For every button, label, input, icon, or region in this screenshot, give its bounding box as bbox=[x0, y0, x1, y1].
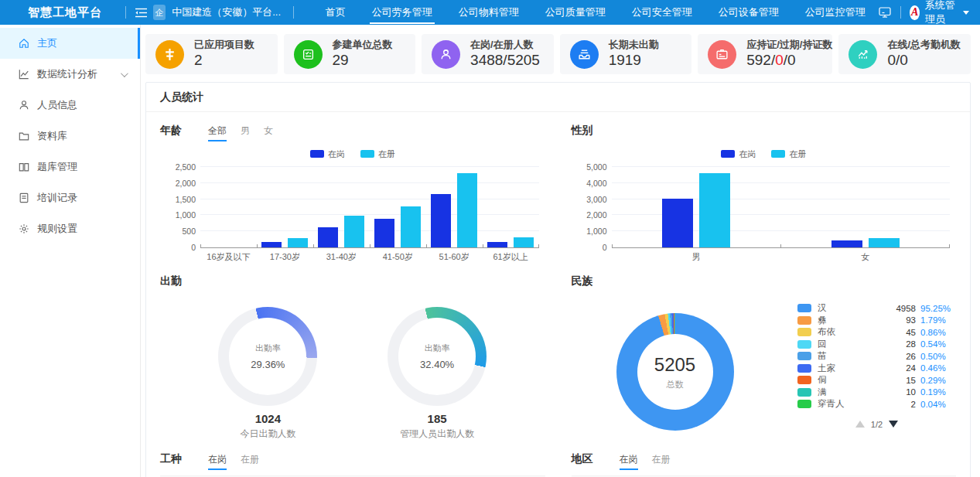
platform-name[interactable]: 中国建造（安徽）平台... bbox=[172, 5, 281, 19]
bar-在册[interactable] bbox=[288, 238, 308, 247]
bar-在岗[interactable] bbox=[662, 199, 693, 247]
bar-在岗[interactable] bbox=[487, 242, 507, 247]
sidebar-item-label: 数据统计分析 bbox=[37, 67, 97, 81]
legend-label: 在岗 bbox=[739, 148, 756, 160]
header-divider bbox=[125, 6, 126, 19]
gauge-percent: 29.36% bbox=[251, 359, 285, 370]
tab-region-registered[interactable]: 在册 bbox=[652, 453, 671, 470]
ethnicity-count: 24 bbox=[906, 363, 916, 373]
stat-card-attendance-machines: 在线/总考勤机数 0/0 bbox=[838, 34, 971, 74]
age-chart-legend: 在岗在册 bbox=[160, 148, 545, 159]
sidebar-item-personnel[interactable]: 人员信息 bbox=[0, 90, 140, 121]
stat-card-label: 在岗/在册人数 bbox=[470, 39, 540, 51]
nav-item-quality[interactable]: 公司质量管理 bbox=[532, 0, 619, 25]
legend-label: 在册 bbox=[378, 148, 395, 160]
legend-swatch bbox=[721, 150, 735, 158]
legend-item[interactable]: 在册 bbox=[771, 148, 806, 159]
ethnicity-legend-row[interactable]: 苗260.50% bbox=[797, 350, 956, 363]
legend-swatch bbox=[797, 340, 811, 349]
tab-age-male[interactable]: 男 bbox=[241, 124, 250, 141]
gauge-count-label: 今日出勤人数 bbox=[240, 428, 295, 441]
nav-item-material[interactable]: 公司物料管理 bbox=[446, 0, 532, 25]
bar-在岗[interactable] bbox=[318, 227, 338, 247]
gauge-count-label: 管理人员出勤人数 bbox=[400, 428, 474, 441]
sidebar-item-statistics[interactable]: 数据统计分析 bbox=[0, 59, 140, 90]
gender-bar-chart: 01,0002,0003,0004,0005,000 bbox=[612, 167, 951, 248]
tab-worktype-registered[interactable]: 在册 bbox=[241, 453, 259, 470]
chevron-down-icon[interactable] bbox=[963, 11, 969, 15]
header-right: A 系统管理员 bbox=[879, 0, 980, 26]
pagination-up-icon[interactable] bbox=[855, 421, 865, 428]
tab-region-onduty[interactable]: 在岗 bbox=[620, 453, 638, 470]
sidebar-item-library[interactable]: 资料库 bbox=[0, 121, 140, 152]
trend-chart-icon bbox=[849, 40, 877, 69]
bar-在岗[interactable] bbox=[261, 242, 282, 247]
ethnicity-legend-row[interactable]: 土家240.46% bbox=[797, 363, 956, 375]
x-axis-label: 17-30岁 bbox=[257, 251, 313, 263]
nav-item-safety[interactable]: 公司安全管理 bbox=[619, 0, 705, 25]
x-axis-label: 61岁以上 bbox=[483, 251, 539, 263]
tab-age-all[interactable]: 全部 bbox=[208, 124, 227, 141]
x-axis-label: 31-40岁 bbox=[313, 251, 370, 263]
sidebar-item-label: 培训记录 bbox=[37, 191, 77, 205]
main-nav: 首页 公司劳务管理 公司物料管理 公司质量管理 公司安全管理 公司设备管理 公司… bbox=[312, 0, 879, 25]
legend-item[interactable]: 在岗 bbox=[721, 148, 756, 159]
ethnicity-legend-row[interactable]: 汉495895.25% bbox=[797, 302, 956, 315]
enterprise-badge-icon[interactable]: 企 bbox=[153, 5, 166, 20]
stat-card-value: 0/0 bbox=[887, 52, 961, 69]
line-chart-icon bbox=[19, 69, 29, 80]
gender-x-axis: 男女 bbox=[612, 251, 951, 263]
monitor-icon[interactable] bbox=[879, 7, 891, 18]
nav-item-labor[interactable]: 公司劳务管理 bbox=[359, 0, 446, 25]
nav-item-equipment[interactable]: 公司设备管理 bbox=[705, 0, 792, 25]
attendance-gauge-today: 出勤率 29.36% 1024 今日出勤人数 bbox=[218, 307, 317, 441]
header-divider bbox=[900, 6, 901, 19]
ethnicity-count: 45 bbox=[906, 328, 916, 337]
section-title-gender: 性别 bbox=[572, 124, 593, 138]
sidebar-item-question-bank[interactable]: 题库管理 bbox=[0, 152, 140, 182]
bar-在岗[interactable] bbox=[831, 240, 862, 247]
legend-swatch bbox=[797, 376, 811, 384]
legend-item[interactable]: 在岗 bbox=[310, 148, 345, 159]
ethnicity-legend-row[interactable]: 布依450.86% bbox=[797, 326, 956, 339]
pagination-label: 1/2 bbox=[871, 420, 883, 429]
legend-swatch bbox=[310, 150, 324, 158]
nav-item-home[interactable]: 首页 bbox=[312, 0, 359, 25]
stat-card-value: 3488/5205 bbox=[470, 52, 540, 69]
ethnicity-count: 10 bbox=[906, 387, 916, 397]
bar-在册[interactable] bbox=[401, 206, 421, 247]
ethnicity-legend-row[interactable]: 侗150.29% bbox=[797, 374, 956, 387]
sidebar-item-rules[interactable]: 规则设置 bbox=[0, 213, 140, 244]
bar-group bbox=[370, 167, 426, 247]
sidebar-item-home[interactable]: 主页 bbox=[0, 28, 140, 59]
bar-在册[interactable] bbox=[699, 173, 730, 247]
user-menu[interactable]: 系统管理员 bbox=[925, 0, 958, 26]
legend-swatch bbox=[797, 304, 811, 312]
ethnicity-donut-chart[interactable]: 5205 总数 bbox=[616, 313, 734, 431]
bar-在册[interactable] bbox=[514, 237, 534, 247]
ethnicity-legend-row[interactable]: 满100.19% bbox=[797, 387, 956, 399]
ethnicity-legend: 汉495895.25%彝931.79%布依450.86%回280.54%苗260… bbox=[797, 301, 956, 431]
bar-groups bbox=[200, 167, 539, 247]
main-content: 已应用项目数 2 参建单位总数 29 在岗/在册人数 3 bbox=[141, 25, 980, 477]
bar-在岗[interactable] bbox=[374, 219, 394, 247]
tab-worktype-onduty[interactable]: 在岗 bbox=[208, 453, 227, 470]
menu-fold-icon[interactable] bbox=[135, 8, 147, 18]
ethnicity-percent: 0.54% bbox=[920, 339, 956, 349]
ethnicity-count: 15 bbox=[906, 376, 916, 385]
legend-item[interactable]: 在册 bbox=[360, 148, 395, 159]
ethnicity-legend-row[interactable]: 穿青人20.04% bbox=[797, 398, 956, 411]
nav-item-monitor[interactable]: 公司监控管理 bbox=[792, 0, 879, 25]
ethnicity-legend-row[interactable]: 彝931.79% bbox=[797, 315, 956, 327]
bar-在岗[interactable] bbox=[431, 194, 451, 247]
bar-在册[interactable] bbox=[457, 173, 477, 247]
pagination-down-icon[interactable] bbox=[889, 421, 898, 428]
tab-age-female[interactable]: 女 bbox=[264, 124, 273, 141]
bar-在册[interactable] bbox=[869, 238, 900, 247]
sidebar-item-training[interactable]: 培训记录 bbox=[0, 182, 140, 213]
legend-swatch bbox=[797, 388, 811, 397]
ethnicity-percent: 0.86% bbox=[920, 328, 956, 337]
chevron-down-icon bbox=[121, 70, 128, 77]
bar-在册[interactable] bbox=[344, 216, 364, 247]
ethnicity-legend-row[interactable]: 回280.54% bbox=[797, 339, 956, 351]
